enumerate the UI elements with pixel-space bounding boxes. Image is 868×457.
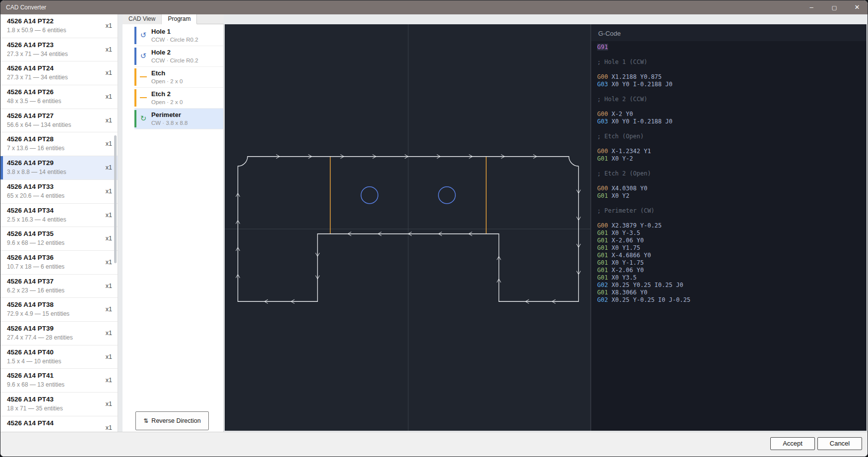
part-name: 4526 A14 PT40 (7, 348, 112, 356)
part-row[interactable]: 4526 A14 PT3610.7 x 18 — 6 entitiesx1 (0, 251, 118, 275)
part-quantity-badge: x1 (106, 93, 112, 100)
part-quantity-badge: x1 (106, 188, 112, 195)
part-row[interactable]: 4526 A14 PT221.8 x 50.9 — 6 entitiesx1 (0, 14, 118, 38)
window-controls: – ▢ ✕ (800, 0, 868, 14)
minimize-button[interactable]: – (800, 0, 823, 14)
part-meta: 2.5 x 16.3 — 4 entities (7, 216, 112, 224)
part-row[interactable]: 4526 A14 PT4318 x 71 — 35 entitiesx1 (0, 393, 118, 416)
tab-strip: CAD ViewProgram (123, 14, 224, 24)
part-name: 4526 A14 PT44 (7, 419, 112, 427)
part-row[interactable]: 4526 A14 PT2756.6 x 64 — 134 entitiesx1 (0, 109, 118, 133)
operation-meta: Open · 2 x 0 (151, 99, 221, 106)
part-row[interactable]: 4526 A14 PT44x1 (0, 416, 118, 432)
part-meta: 10.7 x 18 — 6 entities (7, 263, 112, 271)
part-row[interactable]: 4526 A14 PT2648 x 3.5 — 6 entitiesx1 (0, 85, 118, 109)
operation-title: Perimeter (151, 111, 221, 119)
part-name: 4526 A14 PT24 (7, 64, 112, 72)
tab-program[interactable]: Program (162, 14, 197, 24)
operation-title: Hole 1 (151, 28, 221, 36)
part-quantity-badge: x1 (106, 140, 112, 147)
part-row[interactable]: 4526 A14 PT401.5 x 4 — 10 entitiesx1 (0, 345, 118, 369)
operation-row-hole-1[interactable]: ↺Hole 1CCW · Circle R0.2 (134, 25, 223, 46)
part-meta: 27.4 x 77.4 — 28 entities (7, 334, 112, 342)
part-quantity-badge: x1 (106, 283, 112, 289)
gcode-line: G00 X2.3879 Y-0.25 (597, 222, 861, 229)
part-meta: 48 x 3.5 — 6 entities (7, 98, 112, 105)
gcode-line (597, 88, 861, 96)
gcode-editor[interactable]: G91; Hole 1 (CCW)G00 X1.2188 Y0.875G03 X… (591, 41, 867, 431)
gcode-line: G00 X1.2188 Y0.875 (597, 73, 861, 81)
sidebar-scrollbar-thumb[interactable] (114, 135, 117, 263)
parts-sidebar: 4526 A14 PT221.8 x 50.9 — 6 entitiesx145… (0, 14, 118, 432)
gcode-line: G01 X0 Y3.5 (597, 274, 861, 282)
part-row[interactable]: 4526 A14 PT3927.4 x 77.4 — 28 entitiesx1 (0, 322, 118, 345)
part-row[interactable]: 4526 A14 PT287 x 13.6 — 16 entitiesx1 (0, 132, 118, 156)
gcode-line: G01 X0 Y1.75 (597, 244, 861, 252)
close-button[interactable]: ✕ (846, 0, 868, 14)
footer-bar: Accept Cancel (0, 432, 868, 457)
gcode-panel-title: G-Code (598, 30, 621, 37)
part-name: 4526 A14 PT22 (7, 17, 112, 25)
tab-cad-view[interactable]: CAD View (123, 14, 162, 24)
part-row[interactable]: 4526 A14 PT293.8 x 8.8 — 14 entitiesx1 (0, 156, 118, 180)
operation-row-etch-2[interactable]: Etch 2Open · 2 x 0 (134, 88, 223, 109)
part-quantity-badge: x1 (106, 330, 112, 337)
gcode-line: G03 X0 Y0 I-0.2188 J0 (597, 81, 861, 88)
part-meta: 56.6 x 64 — 134 entities (7, 121, 112, 129)
part-name: 4526 A14 PT27 (7, 112, 112, 120)
gcode-line (597, 163, 861, 170)
operation-row-perimeter[interactable]: ↻PerimeterCW · 3.8 x 8.8 (134, 109, 223, 129)
operation-row-hole-2[interactable]: ↺Hole 2CCW · Circle R0.2 (134, 46, 223, 67)
titlebar: CAD Converter – ▢ ✕ (0, 0, 868, 14)
program-panel: CAD ViewProgram ↺Hole 1CCW · Circle R0.2… (123, 14, 224, 432)
accept-button[interactable]: Accept (770, 437, 815, 450)
cw-rotation-icon: ↻ (139, 114, 148, 123)
part-row[interactable]: 4526 A14 PT359.6 x 68 — 12 entitiesx1 (0, 227, 118, 251)
etch-line-icon (139, 93, 148, 102)
part-meta: 9.6 x 68 — 12 entities (7, 239, 112, 247)
cad-viewport[interactable] (225, 24, 590, 431)
part-meta: 1.8 x 50.9 — 6 entities (7, 27, 112, 34)
gcode-line: G00 X4.0308 Y0 (597, 185, 861, 192)
part-name: 4526 A14 PT37 (7, 277, 112, 286)
etch-line-icon (139, 72, 148, 81)
ccw-rotation-icon: ↺ (139, 52, 148, 60)
gcode-line: G01 X0 Y-1.75 (597, 259, 861, 267)
gcode-line: ; Hole 2 (CCW) (597, 96, 861, 103)
program-operation-list: ↺Hole 1CCW · Circle R0.2↺Hole 2CCW · Cir… (134, 25, 223, 129)
part-name: 4526 A14 PT34 (7, 206, 112, 215)
gcode-line: G00 X-2 Y0 (597, 111, 861, 118)
part-row[interactable]: 4526 A14 PT3365 x 20.6 — 4 entitiesx1 (0, 180, 118, 204)
part-row[interactable]: 4526 A14 PT342.5 x 16.3 — 4 entitiesx1 (0, 204, 118, 228)
part-name: 4526 A14 PT36 (7, 253, 112, 262)
part-quantity-badge: x1 (106, 117, 112, 124)
gcode-line (597, 177, 861, 185)
hole-circle (361, 187, 378, 204)
gcode-line (597, 140, 861, 148)
reverse-direction-icon: ⇅ (143, 417, 148, 424)
operation-title: Etch 2 (151, 90, 221, 98)
maximize-button[interactable]: ▢ (823, 0, 846, 14)
gcode-line (597, 103, 861, 111)
part-meta: 72.9 x 4.9 — 15 entities (7, 310, 112, 318)
operation-meta: CW · 3.8 x 8.8 (151, 119, 221, 126)
operation-meta: Open · 2 x 0 (151, 78, 221, 85)
operation-row-etch[interactable]: EtchOpen · 2 x 0 (134, 67, 223, 88)
part-meta: 9.6 x 68 — 13 entities (7, 381, 112, 389)
reverse-direction-button[interactable]: ⇅Reverse Direction (135, 411, 209, 430)
part-row[interactable]: 4526 A14 PT376.2 x 23 — 16 entitiesx1 (0, 275, 118, 298)
gcode-line: G01 X-2.06 Y0 (597, 237, 861, 244)
cancel-button[interactable]: Cancel (817, 437, 862, 450)
part-row[interactable]: 4526 A14 PT419.6 x 68 — 13 entitiesx1 (0, 369, 118, 393)
part-row[interactable]: 4526 A14 PT2427.3 x 71 — 34 entitiesx1 (0, 61, 118, 85)
part-quantity-badge: x1 (106, 377, 112, 384)
gcode-line: G03 X0 Y0 I-0.2188 J0 (597, 118, 861, 125)
hole-circle (438, 187, 455, 204)
part-row[interactable]: 4526 A14 PT3872.9 x 4.9 — 15 entitiesx1 (0, 298, 118, 322)
part-meta: 27.3 x 71 — 34 entities (7, 74, 112, 81)
gcode-line: G02 X0.25 Y-0.25 I0 J-0.25 (597, 296, 861, 304)
gcode-line (597, 200, 861, 207)
part-quantity-badge: x1 (106, 22, 112, 29)
part-row[interactable]: 4526 A14 PT2327.3 x 71 — 34 entitiesx1 (0, 38, 118, 62)
part-name: 4526 A14 PT23 (7, 41, 112, 49)
